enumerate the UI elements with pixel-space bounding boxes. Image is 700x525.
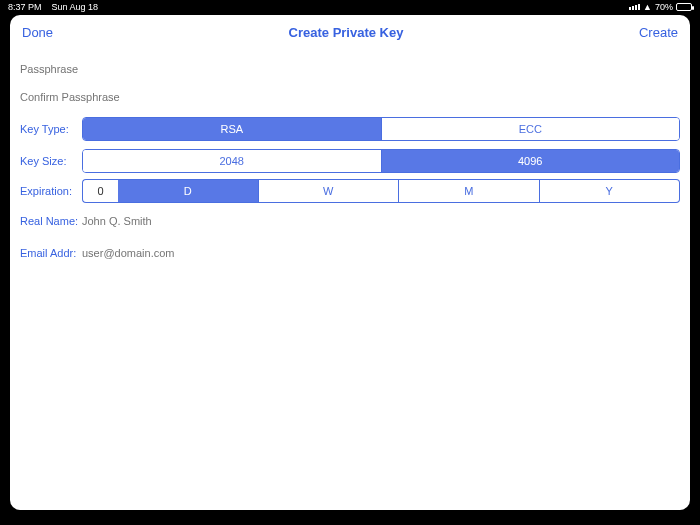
create-button[interactable]: Create: [639, 25, 678, 40]
key-type-row: Key Type: RSA ECC: [20, 115, 680, 143]
confirm-passphrase-row: [20, 83, 680, 111]
passphrase-input[interactable]: [20, 61, 680, 77]
expiration-unit-w[interactable]: W: [259, 179, 400, 203]
real-name-row: Real Name:: [20, 207, 680, 235]
status-right: ▲ 70%: [629, 2, 692, 12]
real-name-input[interactable]: [82, 213, 680, 229]
key-type-ecc[interactable]: ECC: [382, 118, 680, 140]
battery-percent: 70%: [655, 2, 673, 12]
key-size-row: Key Size: 2048 4096: [20, 147, 680, 175]
wifi-icon: ▲: [643, 2, 652, 12]
key-type-segmented: RSA ECC: [82, 117, 680, 141]
confirm-passphrase-input[interactable]: [20, 89, 680, 105]
expiration-unit-m[interactable]: M: [399, 179, 540, 203]
real-name-label: Real Name:: [20, 215, 82, 227]
key-size-2048[interactable]: 2048: [83, 150, 382, 172]
key-type-rsa[interactable]: RSA: [83, 118, 382, 140]
status-time-date: 8:37 PM Sun Aug 18: [8, 2, 98, 12]
modal-window: Done Create Private Key Create Key Type:…: [10, 15, 690, 510]
clock-time: 8:37 PM: [8, 2, 42, 12]
done-button[interactable]: Done: [22, 25, 53, 40]
email-input[interactable]: [82, 245, 680, 261]
key-size-segmented: 2048 4096: [82, 149, 680, 173]
email-label: Email Addr:: [20, 247, 82, 259]
form-content: Key Type: RSA ECC Key Size: 2048 4096 Ex…: [10, 51, 690, 277]
passphrase-row: [20, 55, 680, 83]
email-row: Email Addr:: [20, 239, 680, 267]
expiration-label: Expiration:: [20, 185, 82, 197]
expiration-unit-d[interactable]: D: [118, 179, 259, 203]
expiration-row: Expiration: D W M Y: [20, 179, 680, 203]
clock-date: Sun Aug 18: [52, 2, 99, 12]
battery-icon: [676, 3, 692, 11]
key-size-4096[interactable]: 4096: [382, 150, 680, 172]
cellular-signal-icon: [629, 4, 640, 10]
key-size-label: Key Size:: [20, 155, 82, 167]
page-title: Create Private Key: [289, 25, 404, 40]
status-bar: 8:37 PM Sun Aug 18 ▲ 70%: [0, 0, 700, 14]
expiration-value-input[interactable]: [82, 179, 118, 203]
nav-bar: Done Create Private Key Create: [10, 15, 690, 51]
expiration-unit-y[interactable]: Y: [540, 179, 681, 203]
key-type-label: Key Type:: [20, 123, 82, 135]
